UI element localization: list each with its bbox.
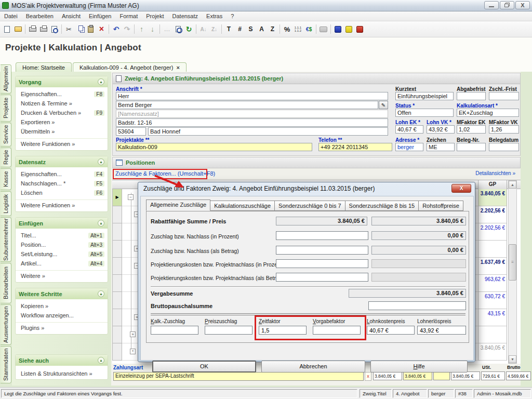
panel-weitere-schritte-header[interactable]: Weitere Schritte ▲ [16,288,108,299]
adresse-field[interactable]: berger [395,143,423,151]
row-selector[interactable] [112,275,122,292]
row-selector[interactable] [112,241,122,258]
zeichen-field[interactable]: ME [427,143,455,151]
open-button[interactable] [12,24,23,35]
sort-az-button[interactable]: A↓ [198,24,209,35]
vtab-kasse[interactable]: Kasse [1,168,11,190]
print-button[interactable] [27,24,38,35]
menu-datensatz[interactable]: Datensatz [168,13,203,19]
collapse-icon[interactable]: ▲ [98,78,104,85]
row-selector[interactable] [112,326,122,343]
panel-einfuegen-header[interactable]: Einfügen ▲ [16,218,108,229]
cut-button[interactable]: ✂ [63,24,74,35]
vtab-auswertungen[interactable]: Auswertungen [1,304,11,345]
sidebar-item-kopieren[interactable]: Kopieren » [16,301,108,311]
sidebar-item-eigenschaften-datensatz[interactable]: Eigenschaften...F4 [16,169,108,179]
gp-cell[interactable]: 2.202,56 € [478,223,507,241]
sidebar-item-titel[interactable]: Titel...Alt+1 [16,231,108,240]
sidebar-item-exportieren[interactable]: Exportieren » [16,117,108,127]
ok-button[interactable]: OK [152,361,256,373]
tab-allgemeine-zuschlaege[interactable]: Allgemeine Zuschläge [146,200,210,211]
plugin-red-button[interactable] [354,24,365,35]
kurztext-field[interactable]: Einführungsbeispiel [395,92,454,100]
menu-ansicht[interactable]: Ansicht [58,13,85,19]
lohnerloespreis-input[interactable] [417,326,466,335]
article-rows-button[interactable]: A [256,24,267,35]
scrollbar-thumb[interactable]: ≡ [509,244,516,281]
copy-button[interactable] [74,24,85,35]
telefon-field[interactable]: +49 2224 2011345 [318,143,392,151]
vtab-allgemein[interactable]: Allgemein [1,64,11,94]
move-up-button[interactable]: ↑ [136,24,147,35]
sidebar-item-plugins[interactable]: Plugins » [16,322,108,334]
gp-cell[interactable]: 3.840,05 € [478,189,507,206]
rabattfaehig-value[interactable]: 3.840,05 € [403,371,432,380]
kalkulationsart-field[interactable]: EK+Zuschlag [457,109,519,117]
delete-button[interactable]: × [96,24,107,35]
zuschlag-prozent-input[interactable] [276,231,368,240]
sidebar-item-eigenschaften-vorgang[interactable]: Eigenschaften...F8 [16,89,108,99]
menu-hilfe[interactable]: ? [227,13,238,19]
edit-dots-button[interactable]: … [162,24,172,35]
zschl-frist-field[interactable] [489,92,519,100]
vtab-logistik[interactable]: Logistik [1,191,11,216]
set-rows-button[interactable]: S [245,24,256,35]
ort-field[interactable]: Bad Honnef [148,127,388,136]
cancel-button[interactable]: Abbrechen [261,361,365,373]
menu-datei[interactable]: Datei [0,13,22,19]
sidebar-item-weitere-funktionen-vorgang[interactable]: Weitere Funktionen » [16,138,108,150]
sidebar-item-artikel[interactable]: Artikel...Alt+4 [16,259,108,268]
vtab-regie[interactable]: Regie [1,148,11,167]
name-field[interactable]: Bernd Berger [116,101,378,109]
menu-bearbeiten[interactable]: Bearbeiten [22,13,58,19]
redo-button[interactable]: ↷ [122,24,132,35]
tab-close-icon[interactable]: × [176,64,179,71]
vtab-projekte[interactable]: Projekte [1,95,11,122]
currency-button[interactable]: €$ [303,24,314,35]
refresh-button[interactable]: ↻ [183,24,194,35]
gp-cell[interactable]: 630,72 € [478,292,507,309]
percent-button[interactable]: % [282,24,292,35]
projektierungskosten-betrag-input[interactable] [276,273,368,282]
help-button[interactable]: Hilfe [370,361,468,373]
collapse-icon[interactable]: ▲ [98,158,104,165]
zuschlag-betrag-input[interactable] [276,246,368,255]
mfaktor-vk-field[interactable]: 1,26 [489,125,519,134]
print-setup-button[interactable] [38,24,49,35]
gp-cell[interactable]: 2.202,56 € [478,206,507,223]
sidebar-item-nachschlagen[interactable]: Nachschlagen... *F5 [16,179,108,188]
gp-cell[interactable]: 963,62 € [478,275,507,292]
sidebar-item-loeschen[interactable]: LöschenF6 [16,188,108,197]
projektakte-field[interactable]: Kalkulation-009 [116,143,312,151]
plugin-blue-button[interactable] [332,24,343,35]
vtab-service[interactable]: Service [1,123,11,147]
restore-button[interactable] [500,1,514,9]
vertical-scrollbar[interactable]: ▲ ≡ ▼ [508,180,517,364]
tree-new-row-icon[interactable]: * [130,349,136,354]
collapse-icon[interactable]: ▲ [98,357,104,364]
lohn-vk-field[interactable]: 43,92 € [427,125,455,134]
title-rows-button[interactable]: T [223,24,234,35]
status-field[interactable]: Offen [395,109,454,117]
tab-home[interactable]: Home: Startseite [16,62,72,72]
vtab-bueroarbeiten[interactable]: Büroarbeiten [1,263,11,303]
move-down-button[interactable]: ↓ [147,24,158,35]
anrede-field[interactable]: Herr [116,92,388,100]
gp-cell[interactable] [478,326,507,343]
namenszusatz-field[interactable]: [Namenszusatz] [116,110,388,118]
gp-cell[interactable]: 43,15 € [478,309,507,326]
tab-kalkulationszuschlaege[interactable]: Kalkulationszuschläge [210,201,275,211]
gp-cell[interactable]: 1.637,49 € [478,258,507,275]
collapse-icon[interactable]: ▲ [98,220,104,227]
disabled-tool-button[interactable] [318,24,329,35]
sidebar-item-position[interactable]: Position...Alt+3 [16,240,108,249]
dialog-close-button[interactable]: X [451,184,471,193]
collapse-icon[interactable]: ▲ [98,290,104,297]
projektierungskosten-prozent-input[interactable] [276,259,368,268]
sidebar-item-weitere[interactable]: Weitere » [16,270,108,282]
panel-siehe-auch-header[interactable]: Siehe auch ▲ [16,355,108,366]
row-selector[interactable] [112,292,122,309]
sidebar-item-weitere-funktionen-datensatz[interactable]: Weitere Funktionen » [16,200,108,211]
tab-sonderzuschlaege-8-15[interactable]: Sonderzuschläge 8 bis 15 [345,201,419,211]
sidebar-item-workflow-anzeigen[interactable]: Workflow anzeigen... [16,311,108,320]
